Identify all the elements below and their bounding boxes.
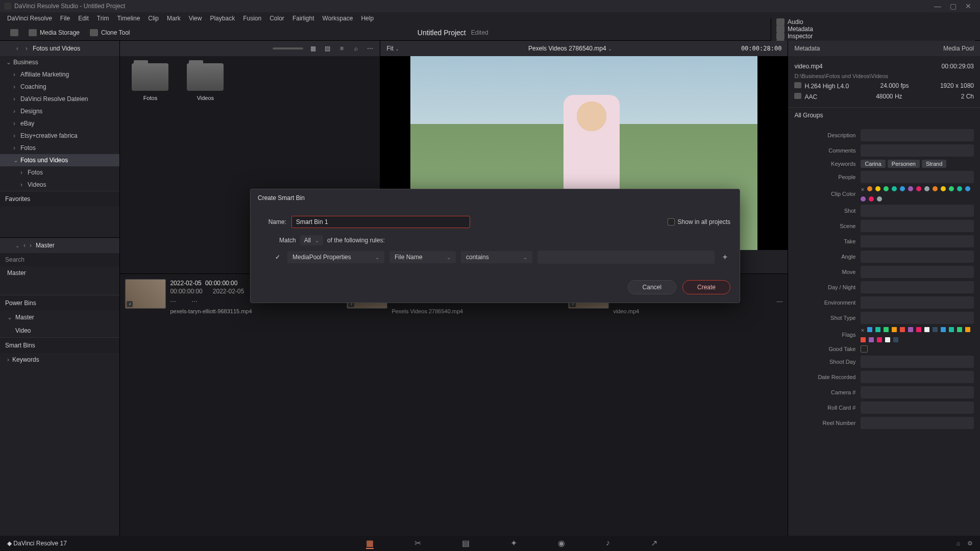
tree-item-ebay[interactable]: eBay — [0, 117, 119, 130]
meta-input[interactable] — [861, 129, 974, 141]
more-icon[interactable]: ⋯ — [365, 44, 375, 53]
smartbin-keywords[interactable]: ›Keywords — [0, 353, 119, 366]
keyword-tag[interactable]: Carina — [861, 160, 885, 168]
close-button[interactable]: ✕ — [961, 2, 976, 10]
meta-input[interactable] — [861, 296, 974, 309]
fairlight-page-tab[interactable]: ♪ — [606, 538, 610, 549]
project-settings-button[interactable]: ⚙ — [967, 540, 973, 547]
tree-item-designs[interactable]: Designs — [0, 105, 119, 117]
home-button[interactable]: ◆ DaVinci Resolve 17 — [0, 540, 74, 547]
powerbin-master[interactable]: ⌄Master — [0, 311, 119, 324]
menu-timeline[interactable]: Timeline — [113, 15, 144, 22]
menu-workspace[interactable]: Workspace — [318, 15, 357, 22]
tree-item-videos[interactable]: Videos — [0, 179, 119, 191]
menu-file[interactable]: File — [56, 15, 74, 22]
flag-swatch[interactable] — [884, 327, 889, 332]
tree-item-davinci-resolve-dateien[interactable]: DaVinci Resolve Dateien — [0, 93, 119, 105]
color-swatch[interactable] — [884, 186, 889, 191]
nav-back-button[interactable]: ‹ — [14, 45, 20, 52]
match-mode-dropdown[interactable]: All⌄ — [300, 235, 323, 245]
cut-page-tab[interactable]: ✂ — [414, 538, 421, 549]
flag-swatch[interactable] — [892, 327, 897, 332]
rule-property-dropdown[interactable]: MediaPool Properties⌄ — [287, 251, 384, 263]
flag-swatch[interactable] — [900, 327, 905, 332]
flag-swatch[interactable] — [877, 337, 882, 342]
fit-dropdown[interactable]: Fit ⌄ — [386, 45, 399, 52]
meta-input[interactable] — [861, 220, 974, 232]
menu-view[interactable]: View — [185, 15, 206, 22]
flag-swatch[interactable] — [933, 327, 938, 332]
audio-button[interactable]: Audio — [771, 18, 975, 26]
folder-fotos[interactable]: Fotos — [127, 63, 173, 101]
keyword-tag[interactable]: Personen — [888, 160, 920, 168]
meta-input[interactable] — [861, 371, 974, 383]
rule-value-input[interactable] — [537, 251, 715, 264]
color-swatch[interactable] — [869, 196, 874, 202]
flag-swatch[interactable] — [916, 327, 921, 332]
create-button[interactable]: Create — [682, 280, 730, 294]
project-manager-button[interactable]: ⌂ — [957, 540, 960, 547]
color-swatch[interactable] — [949, 186, 954, 191]
tree-item-business[interactable]: Business — [0, 56, 119, 68]
media-storage-button[interactable]: Media Storage — [23, 29, 85, 36]
color-swatch[interactable] — [941, 186, 946, 191]
zoom-slider[interactable] — [273, 47, 303, 49]
show-all-projects-checkbox[interactable]: Show in all projects — [668, 218, 730, 226]
meta-input[interactable] — [861, 251, 974, 263]
menu-clip[interactable]: Clip — [144, 15, 163, 22]
meta-input[interactable] — [861, 266, 974, 278]
menu-mark[interactable]: Mark — [163, 15, 185, 22]
nav-back-button[interactable]: ‹ — [23, 242, 26, 249]
nav-forward-button[interactable]: › — [23, 45, 30, 52]
color-swatch[interactable] — [933, 186, 938, 191]
menu-fusion[interactable]: Fusion — [239, 15, 265, 22]
color-swatch[interactable] — [877, 196, 882, 202]
meta-input[interactable] — [861, 205, 974, 217]
tree-item-coaching[interactable]: Coaching — [0, 81, 119, 93]
media-page-tab[interactable]: ▦ — [366, 538, 374, 549]
minimize-button[interactable]: — — [930, 2, 945, 10]
good-take-checkbox[interactable] — [861, 345, 868, 353]
maximize-button[interactable]: ▢ — [945, 2, 961, 10]
meta-input[interactable] — [861, 281, 974, 293]
menu-davinci-resolve[interactable]: DaVinci Resolve — [3, 15, 56, 22]
nav-forward-button[interactable]: › — [30, 242, 32, 249]
tree-item-etsy-creative-fabrica[interactable]: Etsy+creative fabrica — [0, 130, 119, 142]
meta-input[interactable] — [861, 356, 974, 368]
color-swatch[interactable] — [965, 186, 970, 191]
color-swatch[interactable] — [924, 186, 929, 191]
color-swatch[interactable] — [875, 186, 880, 191]
meta-input[interactable] — [861, 417, 974, 429]
keyword-tag[interactable]: Strand — [922, 160, 946, 168]
rule-enabled-checkbox[interactable]: ✓ — [275, 254, 282, 261]
color-swatch[interactable] — [892, 186, 897, 191]
color-swatch[interactable] — [861, 196, 866, 202]
clear-flag-button[interactable]: × — [861, 327, 864, 334]
rule-operator-dropdown[interactable]: contains⌄ — [461, 251, 532, 263]
powerbin-video[interactable]: Video — [0, 324, 119, 337]
flag-swatch[interactable] — [957, 327, 962, 332]
inspector-button[interactable]: Inspector — [771, 33, 975, 40]
menu-edit[interactable]: Edit — [74, 15, 93, 22]
metadata-mode[interactable]: Media Pool — [943, 45, 974, 52]
color-swatch[interactable] — [867, 186, 872, 191]
meta-input[interactable] — [861, 312, 974, 324]
panel-icon[interactable] — [4, 45, 11, 52]
list-view-icon[interactable]: ≡ — [337, 44, 346, 53]
flag-swatch[interactable] — [965, 327, 970, 332]
thumbnail-view-icon[interactable]: ▦ — [308, 44, 317, 53]
flag-swatch[interactable] — [875, 327, 880, 332]
bin-master[interactable]: Master — [0, 266, 119, 280]
flag-swatch[interactable] — [949, 327, 954, 332]
flag-swatch[interactable] — [861, 337, 866, 342]
tree-item-fotos[interactable]: Fotos — [0, 166, 119, 179]
tree-item-fotos-und-videos[interactable]: Fotos und Videos — [0, 154, 119, 166]
meta-input[interactable] — [861, 386, 974, 398]
menu-trim[interactable]: Trim — [93, 15, 113, 22]
tree-item-affiliate-marketing[interactable]: Affiliate Marketing — [0, 68, 119, 81]
flag-swatch[interactable] — [867, 327, 872, 332]
menu-color[interactable]: Color — [265, 15, 288, 22]
search-icon[interactable]: ⌕ — [351, 44, 360, 53]
cancel-button[interactable]: Cancel — [628, 280, 676, 294]
menu-help[interactable]: Help — [357, 15, 378, 22]
